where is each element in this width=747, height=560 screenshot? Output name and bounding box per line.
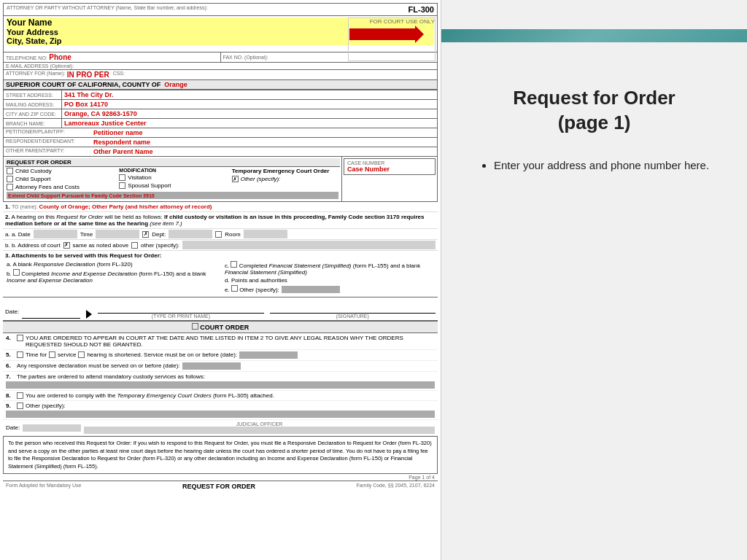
hearing-line: 2. A hearing on this Request for Order w… (3, 212, 438, 229)
triangle-icon (86, 310, 92, 319)
to-line: 1. TO (name): County of Orange; Other Pa… (3, 202, 438, 212)
court-section: SUPERIOR COURT OF CALIFORNIA, COUNTY OF … (3, 80, 438, 90)
party-section: PETITIONER/PLAINTIFF: Petitioner name RE… (3, 128, 438, 157)
for-court-use-box: FOR COURT USE ONLY (348, 18, 436, 61)
petitioner-row: PETITIONER/PLAINTIFF: Petitioner name (4, 128, 437, 138)
family-code-ref: Family Code, §§ 2045, 2107, 6224 (357, 483, 435, 490)
item9: 9. Other (specify): (3, 401, 438, 420)
bullet-item-1: Enter your address and phone number here… (494, 158, 709, 174)
request-header: REQUEST FOR ORDER (5, 158, 340, 167)
item7: 7. The parties are ordered to attend man… (3, 372, 438, 391)
request-col2: MODIFICATION Visitation Spousal Support (117, 167, 227, 191)
page-number-line: Page 1 of 4 (3, 474, 438, 481)
attach-e-row: e. Other (specify): (223, 284, 436, 294)
date-field[interactable] (34, 230, 77, 238)
teal-bar (441, 29, 747, 42)
attorney-fees-checkbox[interactable] (7, 184, 13, 190)
footer-bar: Form Adopted for Mandatory Use REQUEST F… (3, 481, 438, 491)
date-sig-row: Date: (TYPE OR PRINT NAME) (SIGNATURE) (3, 297, 438, 321)
child-custody-checkbox[interactable] (7, 168, 13, 174)
time-field[interactable] (96, 230, 139, 238)
signature-field[interactable] (270, 299, 436, 314)
date-time-row: a. a. Date Time Dept: Room (3, 229, 438, 240)
attorney-fees-row: Attorney Fees and Costs (5, 183, 115, 191)
footer-notice: To the person who received this Request … (3, 436, 438, 474)
form-adopted-label: Form Adopted for Mandatory Use (6, 483, 82, 490)
modification-label: MODIFICATION (117, 167, 227, 174)
final-date-field[interactable] (23, 424, 81, 432)
telephone-cell: TELEPHONE NO: Phone (4, 52, 221, 62)
item9-row: 9. Other (specify): (6, 402, 435, 409)
room-field[interactable] (244, 230, 287, 238)
other-specify-checkbox[interactable] (232, 176, 239, 182)
case-number-box: CASE NUMBER Case Number (344, 158, 436, 175)
specify-line: Extend Child Support Pursuant to Family … (7, 192, 338, 199)
spousal-support-checkbox[interactable] (119, 182, 125, 189)
type-print-area: (TYPE OR PRINT NAME) (98, 299, 263, 319)
child-support-row: Child Support (5, 175, 115, 183)
item6: 6. Any responsive declaration must be se… (3, 361, 438, 372)
date-area: Date: (5, 304, 80, 319)
court-order-header: COURT ORDER (3, 321, 438, 333)
other-specify-b-checkbox[interactable] (131, 242, 138, 249)
item5: 5. Time for service hearing is shortened… (3, 350, 438, 361)
attach-b-row: b. Completed Income and Expense Declarat… (5, 268, 217, 284)
judicial-area: JUDICIAL OFFICER (84, 421, 435, 434)
other-specify-b-field[interactable] (182, 241, 436, 249)
triangle-area (86, 310, 92, 319)
temp-emergency-label: Temporary Emergency Court Order (231, 167, 340, 175)
item7-field[interactable] (6, 381, 435, 389)
type-print-field[interactable] (98, 299, 263, 314)
attorney-label: ATTORNEY OR PARTY WITHOUT ATTORNEY (Name… (7, 5, 208, 14)
address-court-row: b. b. Address of court same as noted abo… (3, 240, 438, 251)
attach-c-checkbox[interactable] (231, 261, 237, 268)
request-left: REQUEST FOR ORDER Child Custody Child Su… (4, 157, 342, 201)
address-table: STREET ADDRESS: 341 The City Dr. MAILING… (3, 90, 438, 128)
attach-e-field[interactable] (282, 286, 340, 293)
visitation-checkbox[interactable] (119, 174, 125, 181)
attach-row: a. A blank Responsive Declaration (form … (5, 260, 436, 294)
item8-row: 8. You are ordered to comply with the Te… (6, 392, 435, 399)
street-row: STREET ADDRESS: 341 The City Dr. (4, 90, 438, 100)
attach-d-row: d. Points and authorities (223, 276, 436, 284)
attach-col-left: a. A blank Responsive Declaration (form … (5, 260, 217, 294)
branch-row: BRANCH NAME: Lamoreaux Justice Center (4, 119, 438, 128)
child-support-checkbox[interactable] (7, 176, 13, 182)
form-number: FL-300 (409, 5, 434, 14)
attach-e-checkbox[interactable] (231, 285, 238, 292)
child-custody-row: Child Custody (5, 167, 115, 175)
form-title-bar: ATTORNEY OR PARTY WITHOUT ATTORNEY (Name… (3, 3, 438, 16)
spousal-support-row: Spousal Support (117, 182, 227, 190)
mailing-row: MAILING ADDRESS: PO Box 14170 (4, 100, 438, 109)
attach-b-checkbox[interactable] (13, 269, 20, 276)
item8: 8. You are ordered to comply with the Te… (3, 391, 438, 401)
same-as-above-checkbox[interactable] (63, 242, 70, 249)
request-col1: Child Custody Child Support Attorney Fee… (5, 167, 115, 191)
item5-hearing-checkbox[interactable] (78, 351, 85, 358)
other-specify-row: Other (specify): (231, 175, 340, 183)
item4-row: 4. YOU ARE ORDERED TO APPEAR IN COURT AT… (6, 335, 435, 348)
date-input[interactable] (22, 304, 80, 319)
item5-service-checkbox[interactable] (49, 351, 55, 358)
item4-checkbox[interactable] (17, 335, 23, 341)
right-panel-content: Request for Order (page 1) Enter your ad… (450, 42, 738, 210)
other-parent-row: OTHER PARENT/PARTY: Other Parent Name (4, 147, 437, 156)
attachments-section: 3. Attachments to be served with this Re… (3, 251, 438, 297)
item6-row: 6. Any responsive declaration must be se… (6, 362, 435, 370)
item6-date-field[interactable] (182, 362, 241, 370)
item9-checkbox[interactable] (17, 402, 23, 409)
court-order-checkbox[interactable] (192, 323, 198, 330)
item5-checkbox[interactable] (17, 351, 23, 358)
dept-field[interactable] (169, 230, 212, 238)
right-panel-title: Request for Order (page 1) (479, 86, 709, 136)
item5-date-field[interactable] (239, 351, 298, 359)
item8-checkbox[interactable] (17, 392, 23, 399)
judicial-field[interactable] (84, 427, 435, 434)
item9-field[interactable] (6, 411, 435, 418)
right-panel: Request for Order (page 1) Enter your ad… (441, 0, 747, 560)
city-zip-row: CITY AND ZIP CODE: Orange, CA 92863-1570 (4, 109, 438, 119)
footer-center-title: REQUEST FOR ORDER (182, 483, 255, 490)
dept-checkbox[interactable] (142, 231, 149, 238)
room-checkbox[interactable] (215, 231, 222, 238)
signature-area: (SIGNATURE) (270, 299, 436, 319)
